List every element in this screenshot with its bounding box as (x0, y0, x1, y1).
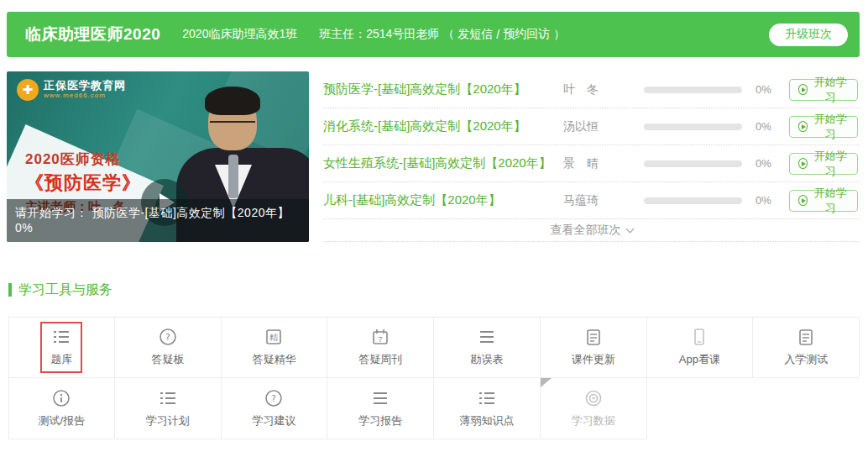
list-icon (51, 327, 71, 347)
section-title: 学习工具与服务 (18, 281, 112, 299)
video-title-line2: 《预防医学》 (25, 171, 141, 196)
tool-item-test-report[interactable]: 测试/报告 (8, 378, 115, 439)
start-learning-button[interactable]: 开始学习 (789, 79, 858, 101)
document-icon (796, 327, 816, 347)
brand-logo: ✚ 正保医学教育网 www.med66.com (17, 79, 126, 101)
main-area: ✚ 正保医学教育网 www.med66.com 2020医师资格 《预防医学》 … (7, 71, 860, 242)
calendar-7-icon: 7 (370, 327, 390, 347)
course-row: 预防医学-[基础]高效定制【2020年】 叶 冬 0% 开始学习 (323, 71, 860, 108)
course-row: 消化系统-[基础]高效定制【2020年】 汤以恒 0% 开始学习 (323, 108, 860, 145)
hamburger-lines-icon (370, 388, 390, 408)
list-icon (477, 388, 497, 408)
class-header: 临床助理医师2020 2020临床助理高效1班 班主任：2514号田老师 （ 发… (7, 12, 860, 57)
tool-item-study-report[interactable]: 学习报告 (327, 378, 434, 439)
course-progress-percent: 0% (756, 83, 789, 96)
phone-icon (689, 327, 709, 347)
document-icon (583, 327, 604, 347)
course-row: 儿科-[基础]高效定制【2020年】 马蕴琦 0% 开始学习 (323, 182, 860, 219)
info-circle-icon (51, 388, 71, 408)
course-video-thumbnail[interactable]: ✚ 正保医学教育网 www.med66.com 2020医师资格 《预防医学》 … (7, 71, 309, 242)
advisor-info: 班主任：2514号田老师 （ 发短信 / 预约回访 ） (319, 27, 565, 42)
video-status-overlay: 请开始学习： 预防医学-[基础]高效定制【2020年】 0% (7, 199, 309, 242)
course-progress-percent: 0% (756, 120, 789, 133)
course-progress-percent: 0% (756, 194, 789, 207)
tool-item-qa-weekly[interactable]: 7 答疑周刊 (327, 317, 434, 378)
advisor-label: 班主任：2514号田老师 （ (319, 27, 454, 42)
view-all-classes-link[interactable]: 查看全部班次 (323, 219, 860, 242)
boxed-jing-icon: 精 (264, 327, 284, 347)
target-icon (583, 388, 604, 408)
question-circle-icon: ? (158, 327, 178, 347)
brand-logo-icon: ✚ (17, 79, 39, 101)
course-title-link[interactable]: 消化系统-[基础]高效定制【2020年】 (323, 118, 563, 134)
tool-item-weak-points[interactable]: 薄弱知识点 (434, 378, 541, 439)
play-circle-icon (798, 195, 808, 206)
play-circle-icon (798, 121, 808, 132)
play-circle-icon (798, 158, 808, 169)
course-teacher: 景 晴 (563, 156, 641, 171)
start-learning-button[interactable]: 开始学习 (789, 190, 858, 212)
start-learning-button[interactable]: 开始学习 (789, 116, 858, 138)
tool-item-errata[interactable]: 勘误表 (434, 317, 541, 378)
hamburger-lines-icon (477, 327, 497, 347)
class-name: 2020临床助理高效1班 (182, 27, 297, 42)
section-accent-bar (8, 283, 12, 297)
course-teacher: 叶 冬 (563, 82, 641, 97)
svg-text:7: 7 (379, 335, 383, 344)
course-progress-bar (644, 160, 742, 167)
course-progress-percent: 0% (756, 157, 789, 170)
advisor-separator: / (496, 28, 499, 41)
tool-item-study-advice[interactable]: ? 学习建议 (222, 378, 328, 439)
course-title-link[interactable]: 预防医学-[基础]高效定制【2020年】 (323, 81, 563, 97)
advisor-suffix: ） (553, 27, 565, 42)
list-icon (158, 388, 178, 408)
tool-item-entrance-test[interactable]: 入学测试 (753, 317, 860, 378)
tool-item-study-data[interactable]: 学习数据 (541, 378, 647, 439)
play-circle-icon (798, 84, 808, 95)
tool-item-courseware-updates[interactable]: 课件更新 (541, 317, 647, 378)
send-sms-link[interactable]: 发短信 (458, 27, 493, 42)
course-row: 女性生殖系统-[基础]高效定制【2020年】 景 晴 0% 开始学习 (323, 145, 860, 182)
tool-item-qa-board[interactable]: ? 答疑板 (115, 317, 222, 378)
start-learning-button[interactable]: 开始学习 (789, 153, 858, 175)
tools-grid: 题库 ? 答疑板 精 答疑精华 (8, 317, 860, 439)
tool-item-study-plan[interactable]: 学习计划 (115, 378, 222, 439)
svg-text:?: ? (165, 332, 170, 343)
tool-item-qa-highlights[interactable]: 精 答疑精华 (222, 317, 328, 378)
course-teacher: 马蕴琦 (563, 193, 641, 208)
chevron-down-icon (625, 224, 634, 233)
course-progress-bar (644, 124, 742, 130)
svg-text:?: ? (271, 393, 276, 404)
reserve-callback-link[interactable]: 预约回访 (503, 27, 550, 42)
tool-item-app-study[interactable]: App看课 (647, 317, 754, 378)
course-title-link[interactable]: 儿科-[基础]高效定制【2020年】 (323, 192, 563, 208)
course-list: 预防医学-[基础]高效定制【2020年】 叶 冬 0% 开始学习 消化系统-[基… (323, 71, 860, 242)
highlight-box: 题库 (40, 322, 82, 373)
page-title: 临床助理医师2020 (25, 24, 160, 45)
video-title-line1: 2020医师资格 (25, 150, 121, 169)
question-circle-icon: ? (264, 388, 284, 408)
tools-section-header: 学习工具与服务 (8, 282, 868, 297)
corner-triangle-icon (541, 378, 552, 387)
upgrade-class-button[interactable]: 升级班次 (769, 24, 848, 46)
course-teacher: 汤以恒 (563, 119, 641, 134)
brand-name: 正保医学教育网 (44, 80, 126, 92)
tool-item-question-bank[interactable]: 题库 (8, 317, 115, 378)
course-progress-bar (644, 197, 742, 204)
svg-text:精: 精 (269, 333, 278, 342)
course-progress-bar (644, 87, 742, 93)
course-title-link[interactable]: 女性生殖系统-[基础]高效定制【2020年】 (323, 155, 563, 171)
brand-url: www.med66.com (44, 92, 126, 100)
